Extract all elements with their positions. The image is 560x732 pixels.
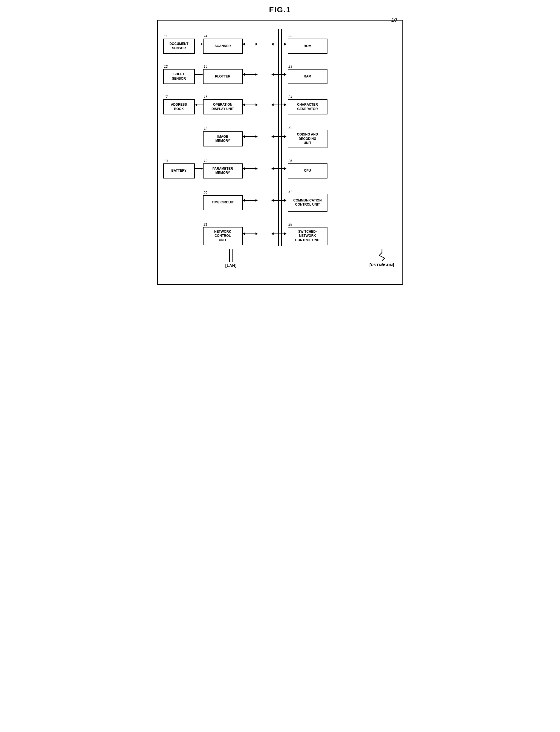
- switched-net-box: SWITCHED- NETWORK CONTROL UNIT: [288, 227, 327, 245]
- ref-19: 19: [204, 159, 207, 163]
- svg-marker-44: [243, 232, 245, 235]
- ram-box: RAM: [288, 69, 327, 84]
- svg-marker-47: [271, 232, 274, 235]
- arrow-opdisplay-addr: [195, 103, 203, 106]
- svg-marker-26: [256, 135, 258, 138]
- ref-25: 25: [289, 125, 292, 129]
- arrow-plotter-bus: [243, 73, 258, 76]
- svg-marker-41: [271, 199, 274, 202]
- time-circuit-box: TIME CIRCUIT: [203, 195, 243, 210]
- svg-marker-31: [201, 167, 203, 170]
- image-memory-box: IMAGE MEMORY: [203, 131, 243, 146]
- ref-15: 15: [204, 65, 207, 68]
- svg-marker-4: [256, 43, 258, 45]
- arrow-timecircuit-bus: [243, 198, 258, 202]
- svg-marker-7: [284, 43, 286, 45]
- comm-ctrl-box: COMMUNICATION CONTROL UNIT: [288, 194, 327, 212]
- page: FIG.1 10 11 DOCUMENT SENSOR: [157, 5, 403, 285]
- address-book-box: ADDRESS BOOK: [163, 99, 195, 114]
- coding-box: CODING AND DECODING UNIT: [288, 130, 327, 148]
- arrow-parammem-bus: [243, 167, 258, 170]
- cpu-box: CPU: [288, 163, 327, 178]
- svg-marker-29: [284, 135, 286, 138]
- svg-marker-18: [243, 103, 245, 106]
- outer-ref: 10: [391, 17, 397, 23]
- svg-marker-37: [284, 167, 286, 170]
- ref-28: 28: [289, 222, 292, 226]
- char-gen-box: CHARACTER GENERATOR: [288, 99, 327, 114]
- svg-marker-35: [271, 167, 274, 170]
- arrow-sheet-plotter: [195, 73, 203, 76]
- sheet-sensor-box: SHEET SENSOR: [163, 69, 195, 84]
- outer-box: 10 11 DOCUMENT SENSOR: [157, 20, 403, 285]
- plotter-box: PLOTTER: [203, 69, 243, 84]
- ref-11: 11: [164, 34, 168, 38]
- svg-marker-12: [256, 73, 258, 76]
- svg-marker-32: [243, 167, 245, 170]
- network-ctrl-box: NETWORK CONTROL UNIT: [203, 227, 243, 245]
- svg-marker-13: [271, 73, 274, 76]
- ref-21: 21: [204, 222, 207, 226]
- ref-13: 13: [164, 159, 168, 163]
- svg-marker-24: [243, 135, 245, 138]
- svg-marker-40: [256, 199, 258, 202]
- ref-22: 22: [289, 34, 292, 38]
- svg-marker-43: [284, 199, 286, 202]
- arrow-netctrl-bus: [243, 232, 258, 236]
- ref-24: 24: [289, 95, 292, 99]
- svg-line-52: [379, 255, 385, 258]
- arrow-battery-parammem: [195, 167, 203, 170]
- svg-marker-46: [256, 232, 258, 235]
- arrow-doc-scanner: [195, 42, 203, 46]
- svg-marker-38: [243, 199, 245, 202]
- ref-18: 18: [204, 127, 207, 131]
- svg-marker-5: [271, 43, 274, 45]
- svg-marker-1: [201, 43, 203, 45]
- svg-marker-16: [195, 104, 197, 106]
- document-sensor-box: DOCUMENT SENSOR: [163, 39, 195, 54]
- scanner-box: SCANNER: [203, 39, 243, 54]
- battery-box: BATTERY: [163, 163, 195, 178]
- rom-box: ROM: [288, 39, 327, 54]
- svg-marker-2: [243, 43, 245, 45]
- lan-label: [LAN]: [225, 263, 237, 268]
- svg-line-51: [379, 253, 382, 255]
- pstn-connector-line: [378, 249, 386, 262]
- ref-27: 27: [289, 189, 292, 193]
- op-display-box: OPERATION DISPLAY UNIT: [203, 99, 243, 114]
- svg-marker-9: [201, 73, 203, 76]
- ref-26: 26: [289, 159, 292, 163]
- ref-16: 16: [204, 95, 207, 99]
- ref-14: 14: [204, 34, 207, 38]
- arrow-scanner-bus: [243, 42, 258, 46]
- svg-marker-15: [284, 73, 286, 76]
- arrow-opdisplay-bus: [243, 103, 258, 107]
- ref-12: 12: [164, 65, 168, 68]
- svg-marker-20: [256, 103, 258, 106]
- arrow-imgmem-bus: [243, 135, 258, 138]
- svg-marker-10: [243, 73, 245, 76]
- svg-line-53: [382, 258, 385, 261]
- ref-20: 20: [204, 191, 207, 195]
- ref-23: 23: [289, 65, 292, 68]
- ref-17: 17: [164, 95, 168, 99]
- svg-marker-49: [284, 232, 286, 235]
- fig-title: FIG.1: [157, 5, 403, 14]
- pstn-label: [PSTN/ISDN]: [370, 262, 394, 267]
- svg-marker-34: [256, 167, 258, 170]
- param-memory-box: PARAMETER MEMORY: [203, 163, 243, 178]
- svg-marker-21: [271, 103, 274, 106]
- svg-marker-27: [271, 135, 274, 138]
- svg-marker-23: [284, 103, 286, 106]
